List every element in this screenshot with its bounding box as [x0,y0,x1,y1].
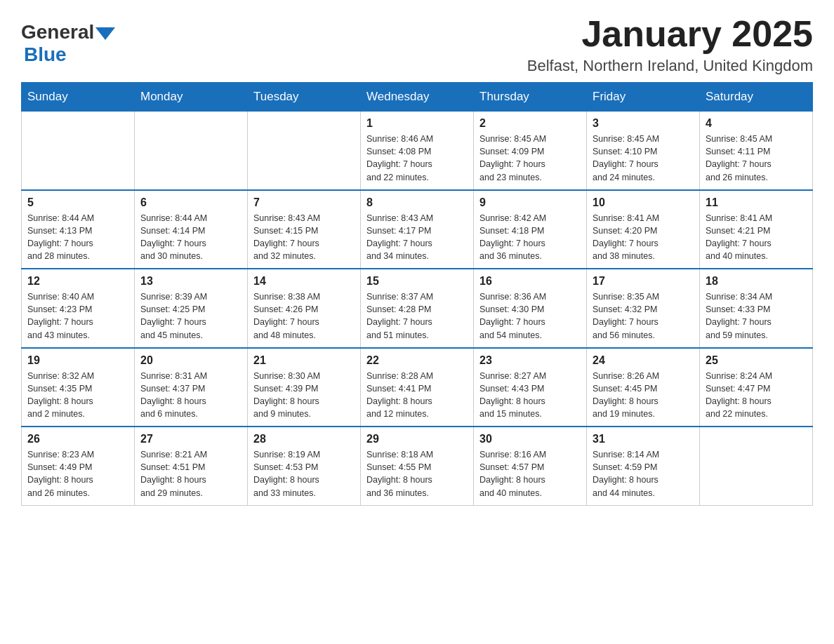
calendar-cell: 31Sunrise: 8:14 AMSunset: 4:59 PMDayligh… [587,427,700,505]
calendar-cell [248,112,361,190]
week-row-1: 1Sunrise: 8:46 AMSunset: 4:08 PMDaylight… [22,112,813,190]
header-friday: Friday [587,83,700,112]
day-number: 24 [593,354,694,367]
day-info: Sunrise: 8:41 AMSunset: 4:21 PMDaylight:… [706,212,807,263]
week-row-3: 12Sunrise: 8:40 AMSunset: 4:23 PMDayligh… [22,269,813,348]
day-number: 11 [706,196,807,209]
calendar-table: SundayMondayTuesdayWednesdayThursdayFrid… [21,82,813,506]
day-info: Sunrise: 8:45 AMSunset: 4:11 PMDaylight:… [706,133,807,184]
calendar-cell: 25Sunrise: 8:24 AMSunset: 4:47 PMDayligh… [700,348,813,427]
day-number: 1 [366,117,468,130]
logo-blue-text: Blue [24,43,67,66]
week-row-5: 26Sunrise: 8:23 AMSunset: 4:49 PMDayligh… [22,427,813,505]
calendar-cell: 7Sunrise: 8:43 AMSunset: 4:15 PMDaylight… [248,190,361,269]
page-header: General Blue January 2025 Belfast, North… [21,14,813,75]
calendar-cell: 29Sunrise: 8:18 AMSunset: 4:55 PMDayligh… [361,427,474,505]
day-info: Sunrise: 8:21 AMSunset: 4:51 PMDaylight:… [140,448,241,499]
week-row-4: 19Sunrise: 8:32 AMSunset: 4:35 PMDayligh… [22,348,813,427]
day-info: Sunrise: 8:31 AMSunset: 4:37 PMDaylight:… [140,370,241,421]
day-number: 2 [479,117,581,130]
calendar-cell: 30Sunrise: 8:16 AMSunset: 4:57 PMDayligh… [474,427,587,505]
header-sunday: Sunday [22,83,135,112]
day-number: 21 [253,354,355,367]
day-info: Sunrise: 8:40 AMSunset: 4:23 PMDaylight:… [27,290,128,342]
day-number: 20 [140,354,241,367]
day-number: 5 [27,196,128,209]
day-number: 6 [140,196,241,209]
day-info: Sunrise: 8:43 AMSunset: 4:15 PMDaylight:… [253,212,355,263]
day-info: Sunrise: 8:30 AMSunset: 4:39 PMDaylight:… [253,370,355,421]
day-info: Sunrise: 8:35 AMSunset: 4:32 PMDaylight:… [593,290,694,342]
day-number: 17 [593,275,694,288]
logo: General Blue [21,21,115,66]
day-number: 12 [27,275,128,288]
header-monday: Monday [135,83,248,112]
calendar-cell: 16Sunrise: 8:36 AMSunset: 4:30 PMDayligh… [474,269,587,348]
calendar-cell: 12Sunrise: 8:40 AMSunset: 4:23 PMDayligh… [22,269,135,348]
day-info: Sunrise: 8:44 AMSunset: 4:14 PMDaylight:… [140,212,241,263]
day-info: Sunrise: 8:28 AMSunset: 4:41 PMDaylight:… [366,370,468,421]
day-info: Sunrise: 8:42 AMSunset: 4:18 PMDaylight:… [479,212,581,263]
calendar-cell: 9Sunrise: 8:42 AMSunset: 4:18 PMDaylight… [474,190,587,269]
day-number: 10 [593,196,694,209]
day-info: Sunrise: 8:14 AMSunset: 4:59 PMDaylight:… [593,448,694,499]
day-number: 31 [593,433,694,445]
day-info: Sunrise: 8:45 AMSunset: 4:10 PMDaylight:… [593,133,694,184]
day-number: 19 [27,354,128,367]
header-wednesday: Wednesday [361,83,474,112]
day-number: 8 [366,196,468,209]
day-number: 7 [253,196,355,209]
calendar-cell: 13Sunrise: 8:39 AMSunset: 4:25 PMDayligh… [135,269,248,348]
day-info: Sunrise: 8:24 AMSunset: 4:47 PMDaylight:… [706,370,807,421]
day-number: 27 [140,433,241,445]
day-number: 23 [479,354,581,367]
day-number: 9 [479,196,581,209]
day-info: Sunrise: 8:27 AMSunset: 4:43 PMDaylight:… [479,370,581,421]
calendar-cell: 21Sunrise: 8:30 AMSunset: 4:39 PMDayligh… [248,348,361,427]
header-tuesday: Tuesday [248,83,361,112]
day-info: Sunrise: 8:34 AMSunset: 4:33 PMDaylight:… [706,290,807,342]
calendar-cell: 6Sunrise: 8:44 AMSunset: 4:14 PMDaylight… [135,190,248,269]
day-info: Sunrise: 8:41 AMSunset: 4:20 PMDaylight:… [593,212,694,263]
calendar-cell: 8Sunrise: 8:43 AMSunset: 4:17 PMDaylight… [361,190,474,269]
calendar-cell: 4Sunrise: 8:45 AMSunset: 4:11 PMDaylight… [700,112,813,190]
day-number: 15 [366,275,468,288]
header-thursday: Thursday [474,83,587,112]
calendar-cell: 19Sunrise: 8:32 AMSunset: 4:35 PMDayligh… [22,348,135,427]
day-info: Sunrise: 8:39 AMSunset: 4:25 PMDaylight:… [140,290,241,342]
day-number: 22 [366,354,468,367]
day-info: Sunrise: 8:46 AMSunset: 4:08 PMDaylight:… [366,133,468,184]
calendar-subtitle: Belfast, Northern Ireland, United Kingdo… [527,57,813,75]
day-number: 18 [706,275,807,288]
day-info: Sunrise: 8:43 AMSunset: 4:17 PMDaylight:… [366,212,468,263]
day-number: 26 [27,433,128,445]
calendar-cell [700,427,813,505]
calendar-cell: 15Sunrise: 8:37 AMSunset: 4:28 PMDayligh… [361,269,474,348]
day-info: Sunrise: 8:32 AMSunset: 4:35 PMDaylight:… [27,370,128,421]
day-number: 4 [706,117,807,130]
calendar-cell: 11Sunrise: 8:41 AMSunset: 4:21 PMDayligh… [700,190,813,269]
day-info: Sunrise: 8:18 AMSunset: 4:55 PMDaylight:… [366,448,468,499]
calendar-cell: 18Sunrise: 8:34 AMSunset: 4:33 PMDayligh… [700,269,813,348]
calendar-title: January 2025 [527,14,813,54]
day-info: Sunrise: 8:26 AMSunset: 4:45 PMDaylight:… [593,370,694,421]
day-info: Sunrise: 8:37 AMSunset: 4:28 PMDaylight:… [366,290,468,342]
day-number: 28 [253,433,355,445]
day-info: Sunrise: 8:45 AMSunset: 4:09 PMDaylight:… [479,133,581,184]
calendar-cell: 27Sunrise: 8:21 AMSunset: 4:51 PMDayligh… [135,427,248,505]
calendar-cell: 28Sunrise: 8:19 AMSunset: 4:53 PMDayligh… [248,427,361,505]
day-info: Sunrise: 8:44 AMSunset: 4:13 PMDaylight:… [27,212,128,263]
calendar-cell: 3Sunrise: 8:45 AMSunset: 4:10 PMDaylight… [587,112,700,190]
calendar-cell: 5Sunrise: 8:44 AMSunset: 4:13 PMDaylight… [22,190,135,269]
title-section: January 2025 Belfast, Northern Ireland, … [527,14,813,75]
day-info: Sunrise: 8:16 AMSunset: 4:57 PMDaylight:… [479,448,581,499]
calendar-cell: 17Sunrise: 8:35 AMSunset: 4:32 PMDayligh… [587,269,700,348]
day-info: Sunrise: 8:23 AMSunset: 4:49 PMDaylight:… [27,448,128,499]
day-info: Sunrise: 8:38 AMSunset: 4:26 PMDaylight:… [253,290,355,342]
calendar-cell [22,112,135,190]
day-number: 13 [140,275,241,288]
calendar-cell: 26Sunrise: 8:23 AMSunset: 4:49 PMDayligh… [22,427,135,505]
calendar-cell: 2Sunrise: 8:45 AMSunset: 4:09 PMDaylight… [474,112,587,190]
calendar-cell: 10Sunrise: 8:41 AMSunset: 4:20 PMDayligh… [587,190,700,269]
week-row-2: 5Sunrise: 8:44 AMSunset: 4:13 PMDaylight… [22,190,813,269]
